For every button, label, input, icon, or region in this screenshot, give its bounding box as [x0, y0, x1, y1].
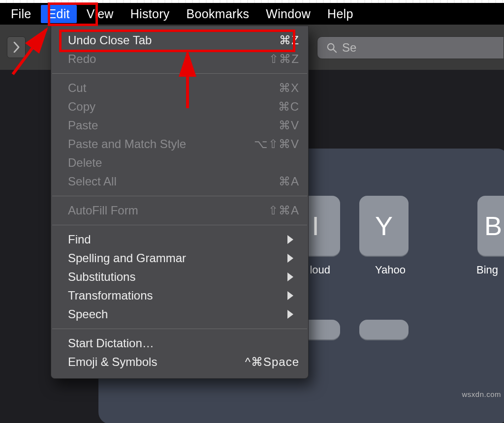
shortcut-label-yahoo: Yahoo	[375, 264, 406, 276]
menu-item-label: AutoFill Form	[68, 204, 268, 217]
menu-item-shortcut: ⌥⇧⌘V	[254, 137, 299, 151]
menu-item-find[interactable]: Find	[51, 230, 308, 249]
menu-item-paste-and-match-style: Paste and Match Style⌥⇧⌘V	[51, 135, 308, 153]
menu-history[interactable]: History	[124, 5, 177, 23]
menu-item-cut: Cut⌘X	[51, 79, 308, 97]
menu-bookmarks[interactable]: Bookmarks	[180, 5, 256, 23]
menu-item-redo: Redo⇧⌘Z	[51, 50, 308, 68]
svg-line-1	[333, 49, 336, 52]
menu-item-shortcut: ⇧⌘Z	[269, 52, 299, 66]
watermark: wsxdn.com	[462, 390, 501, 398]
menu-item-label: Copy	[68, 100, 278, 114]
key-y[interactable]: Y	[359, 196, 409, 256]
menu-item-shortcut: ⌘Z	[279, 33, 299, 47]
search-field[interactable]: Se	[317, 36, 504, 59]
shortcut-label-cloud: loud	[310, 264, 330, 276]
menu-item-emoji-symbols[interactable]: Emoji & Symbols^⌘Space	[51, 353, 308, 371]
menu-window[interactable]: Window	[259, 5, 317, 23]
menu-view[interactable]: View	[80, 5, 121, 23]
menu-item-copy: Copy⌘C	[51, 97, 308, 116]
menu-help[interactable]: Help	[320, 5, 360, 23]
menu-item-label: Cut	[68, 81, 279, 95]
menubar: File Edit View History Bookmarks Window …	[0, 3, 504, 25]
menu-item-label: Substitutions	[68, 270, 299, 284]
menu-item-autofill-form: AutoFill Form⇧⌘A	[51, 201, 308, 220]
menu-separator	[52, 196, 307, 196]
submenu-arrow-icon	[287, 235, 293, 244]
menu-item-label: Emoji & Symbols	[68, 355, 245, 369]
shortcut-label-bing: Bing	[476, 264, 498, 276]
menu-item-shortcut: ⌘C	[278, 100, 299, 114]
submenu-arrow-icon	[287, 272, 293, 281]
menu-item-select-all: Select All⌘A	[51, 172, 308, 191]
menu-item-undo-close-tab[interactable]: Undo Close Tab⌘Z	[51, 31, 308, 50]
chevron-right-icon	[13, 42, 20, 53]
menu-item-shortcut: ^⌘Space	[245, 355, 299, 369]
menu-item-label: Find	[68, 233, 299, 246]
search-placeholder: Se	[342, 41, 356, 55]
menu-file[interactable]: File	[4, 5, 38, 23]
menu-separator	[52, 73, 307, 74]
menu-item-label: Redo	[68, 52, 269, 66]
edit-dropdown: Undo Close Tab⌘ZRedo⇧⌘ZCut⌘XCopy⌘CPaste⌘…	[51, 26, 309, 379]
menu-item-label: Start Dictation…	[68, 336, 299, 350]
menu-item-shortcut: ⇧⌘A	[268, 204, 299, 217]
search-icon	[326, 42, 337, 53]
menu-item-transformations[interactable]: Transformations	[51, 286, 308, 305]
menu-separator	[52, 329, 307, 329]
menu-item-delete: Delete	[51, 153, 308, 172]
menu-item-label: Delete	[68, 156, 299, 170]
menu-item-shortcut: ⌘A	[279, 175, 299, 188]
forward-button[interactable]	[7, 36, 26, 58]
menu-item-speech[interactable]: Speech	[51, 305, 308, 324]
menu-item-label: Spelling and Grammar	[68, 251, 299, 265]
menu-item-label: Transformations	[68, 289, 299, 302]
menu-item-label: Paste and Match Style	[68, 137, 254, 151]
menu-item-substitutions[interactable]: Substitutions	[51, 268, 308, 286]
key-b[interactable]: B	[477, 196, 504, 256]
menu-item-paste: Paste⌘V	[51, 116, 308, 135]
menu-edit[interactable]: Edit	[41, 5, 76, 23]
menu-item-shortcut: ⌘X	[279, 81, 299, 95]
menu-item-label: Speech	[68, 307, 299, 321]
submenu-arrow-icon	[287, 291, 293, 300]
menu-item-start-dictation[interactable]: Start Dictation…	[51, 334, 308, 353]
submenu-arrow-icon	[287, 310, 293, 319]
key-row2-b[interactable]	[359, 320, 409, 339]
menu-item-spelling-and-grammar[interactable]: Spelling and Grammar	[51, 249, 308, 268]
submenu-arrow-icon	[287, 254, 293, 263]
menu-item-label: Paste	[68, 119, 279, 132]
menu-item-label: Undo Close Tab	[68, 33, 279, 47]
menu-item-label: Select All	[68, 175, 279, 188]
menu-item-shortcut: ⌘V	[279, 119, 299, 132]
menu-separator	[52, 225, 307, 225]
